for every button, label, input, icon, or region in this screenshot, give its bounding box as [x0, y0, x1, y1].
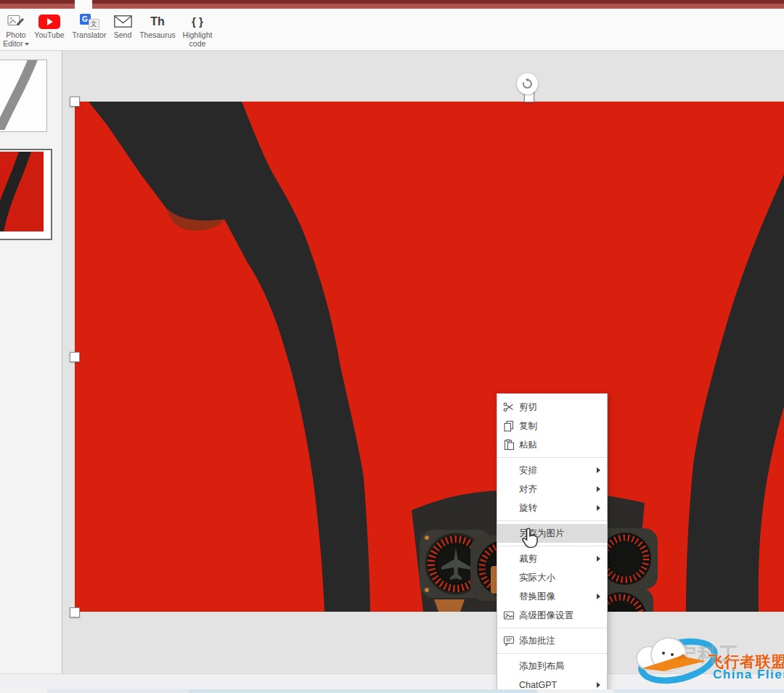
dropdown-caret-icon	[25, 43, 29, 46]
send-envelope-icon	[114, 13, 132, 30]
menu-item-label: 复制	[519, 420, 537, 432]
submenu-arrow-icon	[597, 505, 600, 511]
slide-image[interactable]	[75, 102, 784, 612]
taskbar-segment	[47, 689, 189, 693]
menu-item-actual-size[interactable]: 实际大小	[497, 568, 607, 587]
menu-item-replace-image[interactable]: 替换图像	[497, 587, 607, 606]
menu-item-add-to-layout[interactable]: 添加到布局	[497, 657, 607, 676]
highlight-code-icon: { }	[192, 13, 203, 30]
translator-icon: G文	[80, 13, 99, 30]
menu-item-label: ChatGPT	[519, 680, 557, 690]
toolbar-item-label: Send	[114, 31, 132, 40]
photo-editor-icon	[7, 13, 25, 30]
menu-item-crop[interactable]: 裁剪	[497, 549, 607, 568]
menu-item-rotate[interactable]: 旋转	[497, 499, 607, 517]
menu-separator	[497, 520, 607, 521]
thesaurus-icon: Th	[150, 13, 165, 30]
menu-item-align[interactable]: 对齐	[497, 480, 607, 499]
toolbar-item-label: Thesaurus	[139, 31, 176, 40]
titlebar-accent-light	[0, 4, 784, 9]
menu-separator	[497, 457, 607, 458]
menu-separator	[497, 653, 607, 654]
scissors-icon	[503, 401, 515, 413]
menu-separator	[497, 546, 607, 546]
menu-item-paste[interactable]: 粘贴	[497, 435, 607, 454]
toolbar-item-thesaurus[interactable]: Th Thesaurus	[135, 13, 180, 40]
menu-item-label: 添加批注	[519, 635, 555, 647]
rotation-handle[interactable]	[517, 73, 538, 94]
youtube-icon	[38, 13, 60, 30]
menu-item-label: 粘贴	[519, 439, 537, 451]
resize-handle-bottom-left[interactable]	[70, 607, 80, 618]
taskbar-segment	[189, 689, 537, 693]
menu-item-label: 对齐	[519, 483, 537, 496]
menu-item-label: 安排	[519, 464, 537, 477]
slide-thumbnail-panel	[0, 51, 62, 673]
ribbon-toolbar: Photo Editor YouTube G文 Translator Send …	[0, 9, 784, 51]
slide-2-preview	[0, 152, 44, 231]
menu-item-copy[interactable]: 复制	[497, 417, 607, 435]
menu-item-cut[interactable]: 剪切	[497, 398, 607, 417]
submenu-arrow-icon	[597, 556, 600, 562]
submenu-arrow-icon	[597, 486, 600, 492]
slide-canvas[interactable]	[63, 51, 784, 673]
image-icon	[503, 610, 515, 621]
toolbar-item-photo-editor[interactable]: Photo Editor	[0, 13, 32, 48]
menu-item-label: 替换图像	[519, 591, 555, 603]
rotate-icon	[521, 78, 534, 90]
menu-item-label: 实际大小	[519, 572, 555, 584]
submenu-arrow-icon	[597, 682, 600, 688]
taskbar-segment	[0, 689, 47, 693]
menu-item-arrange[interactable]: 安排	[497, 461, 607, 480]
comment-icon	[503, 635, 515, 647]
menu-item-label: 剪切	[519, 401, 537, 414]
menu-item-advanced-image-settings[interactable]: 高级图像设置	[497, 606, 607, 625]
watermark-title-en: China Flier	[713, 668, 784, 682]
slide-1-preview	[0, 60, 45, 130]
toolbar-item-label: Highlight code	[179, 31, 216, 48]
toolbar-item-youtube[interactable]: YouTube	[33, 13, 65, 40]
taskbar-segment	[613, 689, 784, 693]
submenu-arrow-icon	[597, 467, 600, 473]
toolbar-item-label: Translator	[73, 31, 107, 40]
toolbar-item-translator[interactable]: G文 Translator	[68, 13, 110, 40]
hand-cursor-icon	[521, 528, 540, 549]
watermark-plane-icon	[642, 654, 706, 673]
menu-item-label: 旋转	[519, 502, 537, 514]
menu-item-label: 裁剪	[519, 553, 537, 565]
copy-icon	[503, 420, 515, 432]
taskbar-edge	[0, 689, 784, 693]
toolbar-item-highlight-code[interactable]: { } Highlight code	[179, 13, 216, 48]
submenu-arrow-icon	[597, 594, 600, 599]
resize-handle-top-left[interactable]	[70, 97, 80, 107]
app-window: { "toolbar": { "items": [ {"label": "Pho…	[0, 0, 784, 693]
console-orange-trim	[434, 599, 465, 612]
menu-item-label: 添加到布局	[519, 660, 565, 673]
toolbar-item-label: YouTube	[34, 31, 64, 40]
menu-item-label: 高级图像设置	[519, 610, 573, 622]
menu-separator	[497, 628, 607, 628]
slide-thumbnail-2-selected[interactable]	[0, 149, 52, 240]
slide-thumbnail-1[interactable]	[0, 60, 47, 132]
taskbar-segment	[537, 689, 613, 693]
toolbar-item-send[interactable]: Send	[110, 13, 135, 40]
menu-item-add-comment[interactable]: 添加批注	[497, 631, 607, 650]
toolbar-item-label: Photo Editor	[3, 30, 25, 48]
paste-icon	[503, 439, 515, 451]
resize-handle-middle-left[interactable]	[70, 352, 80, 362]
active-ribbon-tab-notch	[75, 0, 92, 9]
menu-item-save-as-picture[interactable]: 另存为图片	[497, 524, 607, 543]
context-menu: 剪切 复制 粘贴 安排 对齐 旋转 另存为图片 裁剪 实际大小 替换图像 高级图…	[497, 393, 608, 693]
